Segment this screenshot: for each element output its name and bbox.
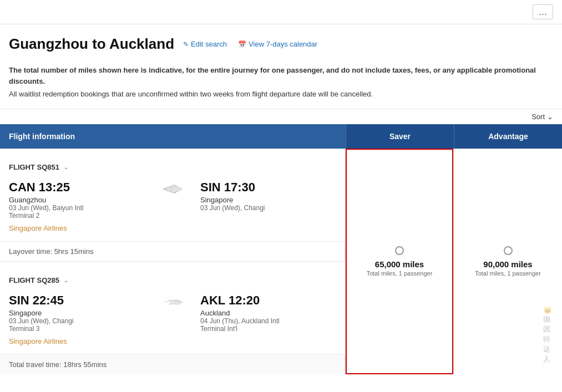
flight2-dep-code-time: SIN 22:45 bbox=[9, 293, 145, 308]
notice-section: The total number of miles shown here is … bbox=[0, 58, 562, 109]
sort-chevron-icon: ⌄ bbox=[547, 113, 553, 121]
calendar-icon: 📅 bbox=[238, 40, 246, 48]
flight2-plane-icon bbox=[161, 293, 184, 308]
sort-button[interactable]: Sort ⌄ bbox=[531, 113, 553, 121]
notice-line1: The total number of miles shown here is … bbox=[9, 65, 553, 86]
flight1-plane-icon bbox=[161, 180, 184, 195]
flight1-airline-link[interactable]: Singapore Airlines bbox=[9, 224, 67, 232]
edit-search-label: Edit search bbox=[191, 40, 227, 48]
page-title: Guangzhou to Auckland bbox=[9, 35, 174, 53]
flight2-dep-time: 22:45 bbox=[33, 293, 64, 307]
th-saver: Saver bbox=[346, 124, 454, 149]
flight2-dep-code: SIN bbox=[9, 293, 29, 307]
flight1-number-row: FLIGHT SQ851 ⌄ bbox=[9, 156, 336, 171]
flight1-dep-city: Guangzhou bbox=[9, 196, 145, 204]
table-header: Flight information Saver Advantage bbox=[0, 124, 562, 149]
flight2-dep-terminal: Terminal 3 bbox=[9, 325, 145, 333]
watermark-text: 🐱 抛因特达人 bbox=[543, 306, 552, 364]
total-travel-time: Total travel time: 18hrs 55mins bbox=[0, 354, 345, 374]
flight1-dep-code: CAN bbox=[9, 180, 36, 194]
flight2-number-row: FLIGHT SQ285 ⌄ bbox=[9, 269, 336, 284]
calendar-label: View 7-days calendar bbox=[249, 40, 317, 48]
flight2-block: FLIGHT SQ285 ⌄ SIN 22:45 Singapore 03 Ju… bbox=[0, 262, 345, 354]
flight1-arr-time: 17:30 bbox=[224, 180, 255, 194]
calendar-link[interactable]: 📅 View 7-days calendar bbox=[238, 40, 317, 48]
flight1-arr-date: 03 Jun (Wed), Changi bbox=[200, 204, 336, 212]
top-bar: ... bbox=[0, 0, 562, 24]
page-header: Guangzhou to Auckland ✎ Edit search 📅 Vi… bbox=[0, 24, 562, 58]
flight2-airline-link[interactable]: Singapore Airlines bbox=[9, 337, 67, 345]
flight1-dep-terminal: Terminal 2 bbox=[9, 212, 145, 220]
flight1-arrival: SIN 17:30 Singapore 03 Jun (Wed), Changi bbox=[200, 180, 336, 212]
notice-line2: All waitlist redemption bookings that ar… bbox=[9, 89, 553, 100]
flight1-arr-code: SIN bbox=[200, 180, 221, 194]
saver-price-cell[interactable]: 65,000 miles Total miles, 1 passenger bbox=[346, 149, 453, 374]
flight2-number: FLIGHT SQ285 bbox=[9, 276, 59, 284]
saver-col: 65,000 miles Total miles, 1 passenger bbox=[346, 149, 454, 374]
layover-row: Layover time: 5hrs 15mins bbox=[0, 241, 345, 262]
flight1-number: FLIGHT SQ851 bbox=[9, 163, 59, 171]
flight1-route: CAN 13:25 Guangzhou 03 Jun (Wed), Baiyun… bbox=[9, 180, 336, 232]
flight2-arr-time: 12:20 bbox=[229, 293, 260, 307]
flight1-departure: CAN 13:25 Guangzhou 03 Jun (Wed), Baiyun… bbox=[9, 180, 145, 232]
header-links: ✎ Edit search 📅 View 7-days calendar bbox=[183, 40, 317, 48]
flight2-chevron-icon[interactable]: ⌄ bbox=[64, 277, 68, 283]
flight2-arr-code: AKL bbox=[200, 293, 225, 307]
flight2-route: SIN 22:45 Singapore 03 Jun (Wed), Changi… bbox=[9, 293, 336, 345]
flight2-arrival: AKL 12:20 Auckland 04 Jun (Thu), Aucklan… bbox=[200, 293, 336, 333]
flight2-dep-city: Singapore bbox=[9, 309, 145, 317]
flight2-departure: SIN 22:45 Singapore 03 Jun (Wed), Changi… bbox=[9, 293, 145, 345]
flight2-arr-date: 04 Jun (Thu), Auckland Intl bbox=[200, 317, 336, 325]
advantage-col: 90,000 miles Total miles, 1 passenger 🐱 … bbox=[454, 149, 562, 374]
th-flight-info: Flight information bbox=[0, 124, 346, 149]
edit-icon: ✎ bbox=[183, 40, 189, 48]
th-advantage: Advantage bbox=[454, 124, 562, 149]
advantage-radio[interactable] bbox=[504, 246, 513, 255]
more-options-button[interactable]: ... bbox=[533, 4, 553, 19]
flight2-dep-date: 03 Jun (Wed), Changi bbox=[9, 317, 145, 325]
advantage-miles: 90,000 miles bbox=[483, 259, 532, 269]
flight1-arr-city: Singapore bbox=[200, 196, 336, 204]
edit-search-link[interactable]: ✎ Edit search bbox=[183, 40, 227, 48]
sort-label: Sort bbox=[531, 113, 545, 121]
flight-details-col: FLIGHT SQ851 ⌄ CAN 13:25 Guangzhou 03 Ju… bbox=[0, 149, 346, 374]
flight1-dep-time: 13:25 bbox=[39, 180, 70, 194]
sort-row: Sort ⌄ bbox=[0, 109, 562, 124]
flight2-arr-code-time: AKL 12:20 bbox=[200, 293, 336, 308]
flight-result: FLIGHT SQ851 ⌄ CAN 13:25 Guangzhou 03 Ju… bbox=[0, 149, 562, 374]
flight1-chevron-icon[interactable]: ⌄ bbox=[64, 164, 68, 170]
flight1-arr-code-time: SIN 17:30 bbox=[200, 180, 336, 195]
advantage-sub: Total miles, 1 passenger bbox=[475, 270, 541, 277]
flight1-dep-code-time: CAN 13:25 bbox=[9, 180, 145, 195]
svg-point-0 bbox=[172, 186, 181, 191]
saver-radio[interactable] bbox=[395, 246, 404, 255]
flight2-arr-city: Auckland bbox=[200, 309, 336, 317]
flight1-block: FLIGHT SQ851 ⌄ CAN 13:25 Guangzhou 03 Ju… bbox=[0, 149, 345, 241]
flight2-arr-terminal: Terminal Int'l bbox=[200, 325, 336, 333]
saver-sub: Total miles, 1 passenger bbox=[367, 270, 433, 277]
saver-miles: 65,000 miles bbox=[375, 259, 424, 269]
flight1-dep-date: 03 Jun (Wed), Baiyun Intl bbox=[9, 204, 145, 212]
